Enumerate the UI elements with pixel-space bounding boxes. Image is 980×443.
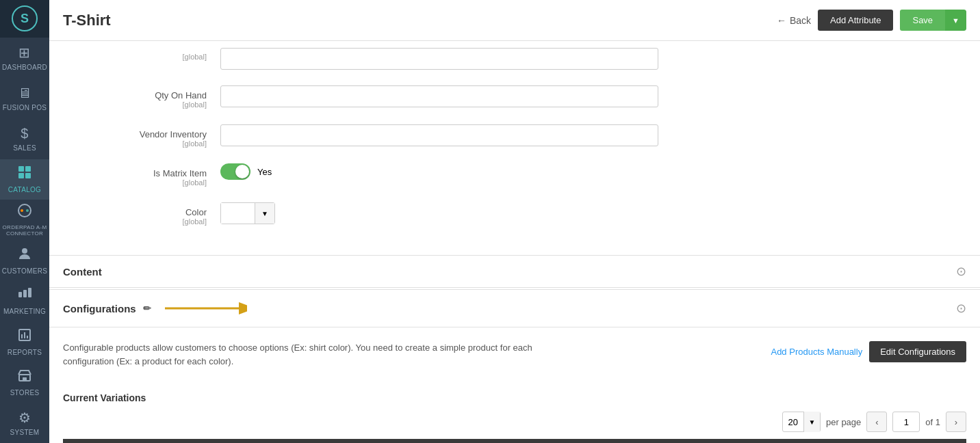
edit-icon[interactable]: ✏ [143, 303, 151, 314]
fusion-pos-icon: 🖥 [18, 85, 31, 101]
svg-rect-9 [23, 290, 27, 297]
color-dropdown-button[interactable]: ▼ [255, 203, 274, 224]
sidebar-item-customers[interactable]: CUSTOMERS [0, 240, 49, 280]
add-products-manually-button[interactable]: Add Products Manually [771, 347, 862, 357]
system-icon: ⚙ [18, 410, 31, 426]
orderpad-icon [17, 203, 32, 222]
svg-point-6 [26, 209, 29, 212]
variations-section: Current Variations 20 ▼ per page ‹ of 1 … [49, 392, 980, 443]
svg-rect-0 [18, 166, 24, 172]
form-row-vendor-inventory: Vendor Inventory [global] [70, 124, 959, 151]
sidebar-item-stores[interactable]: STORES [0, 362, 49, 402]
back-arrow-icon: ← [777, 15, 786, 26]
per-page-dropdown-button[interactable]: ▼ [803, 412, 820, 432]
dashboard-icon: ⊞ [18, 44, 30, 61]
configurations-body: Configurable products allow customers to… [49, 327, 980, 381]
sidebar-item-marketing[interactable]: MARKETING [0, 281, 49, 321]
color-box [221, 203, 255, 224]
color-label: Color [global] [70, 202, 220, 226]
col-status: Status [492, 439, 564, 443]
matrix-item-toggle-row: Yes [220, 163, 272, 180]
form-row-qty-on-hand: Qty On Hand [global] [70, 85, 959, 112]
svg-point-7 [22, 248, 27, 254]
sidebar-item-orderpad[interactable]: ORDERPAD A-M CONNECTOR [0, 200, 49, 240]
form-row-is-matrix-item: Is Matrix Item [global] Yes [70, 163, 959, 190]
col-weight: Weight [431, 439, 492, 443]
qty-on-hand-input[interactable] [220, 85, 658, 107]
pagination-prev-button[interactable]: ‹ [866, 412, 887, 432]
edit-configurations-button[interactable]: Edit Configurations [869, 341, 966, 362]
svg-rect-8 [18, 292, 22, 297]
sidebar-item-label: STORES [10, 389, 40, 397]
content-area: [global] Qty On Hand [global] Vendor Inv… [49, 41, 980, 443]
col-attributes: Attributes [564, 439, 758, 443]
per-page-label: per page [826, 417, 861, 427]
sidebar-item-reports[interactable]: REPORTS [0, 321, 49, 362]
sidebar-item-label: SALES [13, 144, 36, 152]
form-row-partial: [global] [70, 48, 959, 73]
sidebar-item-fusion-pos[interactable]: 🖥 FUSION POS [0, 78, 49, 118]
add-attribute-button[interactable]: Add Attribute [818, 10, 893, 31]
svg-point-5 [21, 209, 23, 212]
svg-rect-16 [23, 377, 27, 381]
customers-icon [17, 246, 32, 265]
col-name: Name [145, 439, 263, 443]
sidebar-item-label: FUSION POS [3, 104, 47, 111]
save-dropdown-button[interactable]: ▼ [945, 10, 966, 31]
form-row-color: Color [global] ▼ [70, 202, 959, 229]
col-qty-per-source: Quantity Per Source [834, 439, 966, 443]
sidebar-item-label: MARKETING [3, 308, 46, 315]
partial-field[interactable] [220, 48, 658, 70]
svg-rect-2 [18, 173, 24, 178]
page-title: T-Shirt [63, 12, 777, 29]
content-section-title: Content [63, 266, 102, 278]
arrow-indicator [158, 298, 247, 319]
svg-rect-3 [25, 173, 31, 178]
config-actions: Add Products Manually Edit Configuration… [771, 341, 966, 362]
header-actions: ← Back Add Attribute Save ▼ [777, 10, 966, 31]
vendor-inventory-input[interactable] [220, 124, 658, 146]
sales-icon: $ [21, 126, 28, 142]
configurations-section-toggle-icon: ⊙ [956, 301, 966, 316]
pagination-page-input[interactable] [892, 412, 920, 432]
per-page-select[interactable]: 20 ▼ [782, 412, 821, 432]
color-select[interactable]: ▼ [220, 202, 275, 224]
table-header: Image Name SKU Price Weight Status Attri… [63, 439, 966, 443]
col-price: Price [360, 439, 431, 443]
pagination-next-button[interactable]: › [946, 412, 966, 432]
col-image: Image [63, 439, 145, 443]
config-header-row: Configurable products allow customers to… [63, 341, 966, 368]
sidebar-item-system[interactable]: ⚙ SYSTEM [0, 403, 49, 443]
partial-label: [global] [70, 48, 220, 61]
svg-point-4 [18, 204, 31, 217]
content-section-header[interactable]: Content ⊙ [49, 255, 980, 288]
sidebar-item-label: REPORTS [8, 349, 42, 356]
matrix-item-toggle[interactable] [220, 163, 250, 180]
logo-icon: S [12, 5, 38, 31]
sidebar: S ⊞ DASHBOARD 🖥 FUSION POS $ SALES CATAL… [0, 0, 49, 443]
col-actions: Actions [758, 439, 834, 443]
svg-rect-1 [25, 166, 31, 172]
save-button[interactable]: Save [900, 10, 945, 31]
qty-on-hand-label: Qty On Hand [global] [70, 85, 220, 109]
configurations-section-header[interactable]: Configurations ✏ ⊙ [49, 289, 980, 327]
marketing-icon [17, 286, 32, 305]
app-logo: S [0, 0, 49, 38]
reports-icon [17, 327, 32, 346]
back-button[interactable]: ← Back [777, 15, 811, 26]
stores-icon [17, 368, 32, 386]
sidebar-item-label: DASHBOARD [2, 64, 47, 71]
svg-rect-10 [28, 288, 31, 297]
sidebar-item-catalog[interactable]: CATALOG [0, 159, 49, 200]
variations-table: Image Name SKU Price Weight Status Attri… [63, 439, 966, 443]
col-sku: SKU [263, 439, 361, 443]
page-header: T-Shirt ← Back Add Attribute Save ▼ [49, 0, 980, 41]
vendor-inventory-label: Vendor Inventory [global] [70, 124, 220, 148]
sidebar-item-sales[interactable]: $ SALES [0, 118, 49, 159]
form-section: [global] Qty On Hand [global] Vendor Inv… [49, 41, 980, 255]
pagination-bar: 20 ▼ per page ‹ of 1 › [63, 412, 966, 432]
is-matrix-item-label: Is Matrix Item [global] [70, 163, 220, 187]
sidebar-item-dashboard[interactable]: ⊞ DASHBOARD [0, 38, 49, 78]
save-button-group: Save ▼ [900, 10, 966, 31]
main-content: T-Shirt ← Back Add Attribute Save ▼ [glo… [49, 0, 980, 443]
